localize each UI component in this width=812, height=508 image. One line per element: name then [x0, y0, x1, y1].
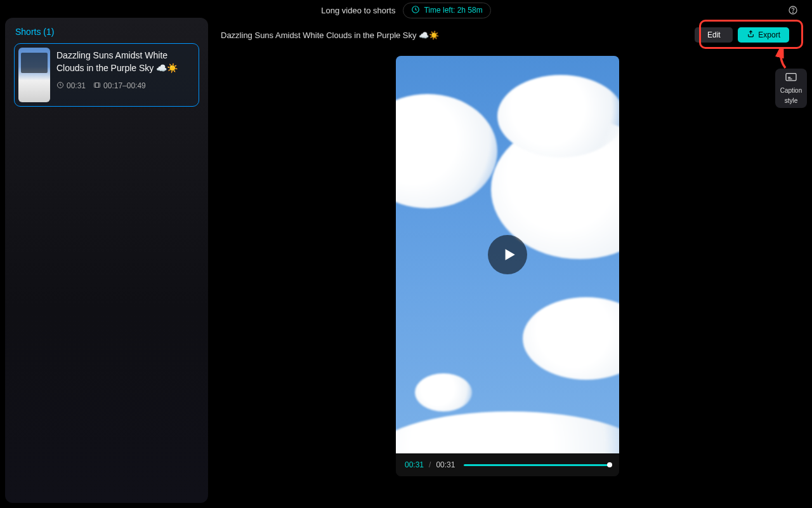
svg-rect-6	[786, 73, 796, 80]
time-left-pill: Time left: 2h 58m	[403, 3, 490, 18]
duration-text: 00:31	[67, 81, 86, 90]
cloud-shape	[497, 75, 619, 157]
short-card-body: Dazzling Suns Amidst White Clouds in the…	[56, 48, 195, 102]
caption-style-label-2: style	[785, 97, 798, 105]
player-controls: 00:31 / 00:31	[396, 453, 619, 476]
video-title: Dazzling Suns Amidst White Clouds in the…	[221, 30, 439, 40]
svg-rect-5	[95, 83, 100, 87]
short-thumbnail	[18, 48, 50, 102]
video-canvas[interactable]	[396, 56, 619, 453]
caption-style-icon	[785, 72, 797, 84]
range-meta: 00:17–00:49	[93, 81, 146, 91]
app-title: Long video to shorts	[321, 6, 395, 15]
video-player: 00:31 / 00:31	[396, 56, 619, 476]
play-button[interactable]	[488, 235, 527, 274]
edit-button[interactable]: Edit	[695, 27, 733, 43]
export-label: Export	[758, 30, 780, 39]
svg-point-2	[792, 12, 793, 13]
film-icon	[93, 81, 101, 91]
player-wrap: 00:31 / 00:31	[221, 56, 794, 476]
help-icon[interactable]	[788, 5, 798, 17]
clock-icon	[56, 81, 64, 91]
play-icon	[501, 246, 517, 263]
caption-style-button[interactable]: Caption style	[775, 69, 807, 108]
clock-icon	[411, 5, 420, 16]
short-title: Dazzling Suns Amidst White Clouds in the…	[56, 49, 195, 75]
current-time: 00:31	[405, 460, 424, 469]
short-card[interactable]: Dazzling Suns Amidst White Clouds in the…	[14, 43, 199, 107]
caption-style-label-1: Caption	[780, 87, 802, 95]
cloud-shape	[415, 373, 472, 411]
export-icon	[747, 30, 755, 40]
time-left-text: Time left: 2h 58m	[424, 6, 482, 15]
sidebar: Shorts (1) Dazzling Suns Amidst White Cl…	[5, 18, 208, 503]
progress-bar[interactable]	[464, 464, 610, 466]
range-text: 00:17–00:49	[103, 81, 146, 90]
header-actions: Edit Export	[695, 27, 789, 43]
content-header: Dazzling Suns Amidst White Clouds in the…	[221, 24, 794, 46]
duration-meta: 00:31	[56, 81, 86, 91]
total-duration: 00:31	[436, 460, 455, 469]
short-meta: 00:31 00:17–00:49	[56, 81, 195, 91]
sidebar-header: Shorts (1)	[14, 27, 199, 37]
content-area: Dazzling Suns Amidst White Clouds in the…	[208, 18, 807, 503]
export-button[interactable]: Export	[738, 27, 789, 43]
time-separator: /	[429, 460, 431, 469]
